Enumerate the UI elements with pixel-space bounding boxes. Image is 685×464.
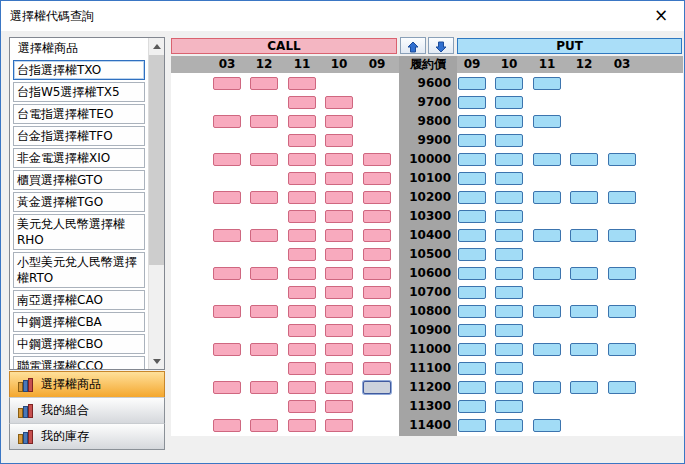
call-cell[interactable] (363, 191, 391, 204)
put-cell[interactable] (495, 115, 523, 128)
call-cell[interactable] (213, 77, 241, 90)
scroll-strikes-up-button[interactable] (400, 37, 426, 54)
put-cell[interactable] (533, 77, 561, 90)
call-cell[interactable] (288, 172, 316, 185)
call-cell[interactable] (325, 419, 353, 432)
put-cell[interactable] (458, 134, 486, 147)
put-cell[interactable] (458, 305, 486, 318)
put-cell[interactable] (458, 96, 486, 109)
put-cell[interactable] (533, 343, 561, 356)
put-cell[interactable] (608, 343, 636, 356)
call-cell[interactable] (288, 324, 316, 337)
call-cell[interactable] (325, 153, 353, 166)
call-cell[interactable] (363, 362, 391, 375)
call-cell[interactable] (288, 305, 316, 318)
call-cell[interactable] (325, 324, 353, 337)
put-cell[interactable] (495, 305, 523, 318)
put-cell[interactable] (458, 77, 486, 90)
call-cell[interactable] (250, 381, 278, 394)
call-cell[interactable] (325, 305, 353, 318)
nav-my-inventory[interactable]: 我的庫存 (9, 423, 165, 450)
put-cell[interactable] (495, 210, 523, 223)
call-cell[interactable] (213, 229, 241, 242)
put-cell[interactable] (533, 191, 561, 204)
put-cell[interactable] (458, 362, 486, 375)
put-cell[interactable] (458, 172, 486, 185)
call-cell[interactable] (250, 77, 278, 90)
put-cell[interactable] (458, 191, 486, 204)
call-cell[interactable] (325, 96, 353, 109)
put-cell[interactable] (495, 153, 523, 166)
put-cell[interactable] (458, 248, 486, 261)
put-cell[interactable] (458, 286, 486, 299)
call-cell[interactable] (325, 267, 353, 280)
call-cell[interactable] (288, 362, 316, 375)
call-cell[interactable] (213, 343, 241, 356)
put-cell[interactable] (458, 267, 486, 280)
put-cell[interactable] (533, 153, 561, 166)
call-cell[interactable] (288, 96, 316, 109)
product-item[interactable]: 非金電選擇權XIO (13, 148, 145, 168)
put-cell[interactable] (495, 419, 523, 432)
call-cell[interactable] (288, 210, 316, 223)
call-cell[interactable] (363, 324, 391, 337)
scroll-up-button[interactable] (149, 38, 165, 54)
call-cell[interactable] (325, 248, 353, 261)
call-cell[interactable] (363, 248, 391, 261)
titlebar[interactable]: 選擇權代碼查詢 × (1, 1, 684, 31)
put-cell[interactable] (458, 324, 486, 337)
put-cell[interactable] (495, 400, 523, 413)
product-item[interactable]: 小型美元兌人民幣選擇權RTO (13, 252, 145, 288)
product-item[interactable]: 南亞選擇權CAO (13, 290, 145, 310)
call-cell[interactable] (363, 210, 391, 223)
call-cell[interactable] (325, 210, 353, 223)
put-cell[interactable] (495, 172, 523, 185)
call-cell[interactable] (325, 362, 353, 375)
product-list-scrollbar[interactable] (148, 38, 164, 369)
call-cell[interactable] (213, 305, 241, 318)
put-cell[interactable] (458, 210, 486, 223)
put-cell[interactable] (533, 419, 561, 432)
put-cell[interactable] (495, 362, 523, 375)
put-cell[interactable] (533, 305, 561, 318)
call-cell[interactable] (213, 153, 241, 166)
product-item[interactable]: 台電指選擇權TEO (13, 104, 145, 124)
call-cell[interactable] (250, 115, 278, 128)
call-cell[interactable] (288, 153, 316, 166)
call-cell[interactable] (325, 381, 353, 394)
put-cell[interactable] (570, 229, 598, 242)
put-cell[interactable] (458, 229, 486, 242)
call-cell[interactable] (288, 419, 316, 432)
call-cell[interactable] (288, 77, 316, 90)
put-cell[interactable] (608, 381, 636, 394)
put-cell[interactable] (570, 343, 598, 356)
put-cell[interactable] (608, 229, 636, 242)
put-cell[interactable] (495, 343, 523, 356)
call-cell[interactable] (325, 400, 353, 413)
call-cell[interactable] (288, 286, 316, 299)
put-cell[interactable] (570, 381, 598, 394)
call-cell[interactable] (213, 191, 241, 204)
put-cell[interactable] (570, 267, 598, 280)
call-cell[interactable] (288, 134, 316, 147)
put-cell[interactable] (458, 400, 486, 413)
call-cell[interactable] (288, 267, 316, 280)
put-cell[interactable] (495, 77, 523, 90)
call-cell[interactable] (250, 305, 278, 318)
put-cell[interactable] (495, 381, 523, 394)
call-cell[interactable] (213, 419, 241, 432)
call-cell[interactable] (325, 191, 353, 204)
scroll-strikes-down-button[interactable] (428, 37, 454, 54)
call-cell[interactable] (325, 229, 353, 242)
put-cell[interactable] (570, 191, 598, 204)
put-cell[interactable] (608, 305, 636, 318)
call-cell[interactable] (325, 286, 353, 299)
put-cell[interactable] (533, 115, 561, 128)
call-cell[interactable] (325, 172, 353, 185)
call-cell[interactable] (250, 419, 278, 432)
put-cell[interactable] (533, 381, 561, 394)
product-item[interactable]: 台金指選擇權TFO (13, 126, 145, 146)
call-cell[interactable] (325, 343, 353, 356)
put-cell[interactable] (495, 134, 523, 147)
put-cell[interactable] (495, 191, 523, 204)
